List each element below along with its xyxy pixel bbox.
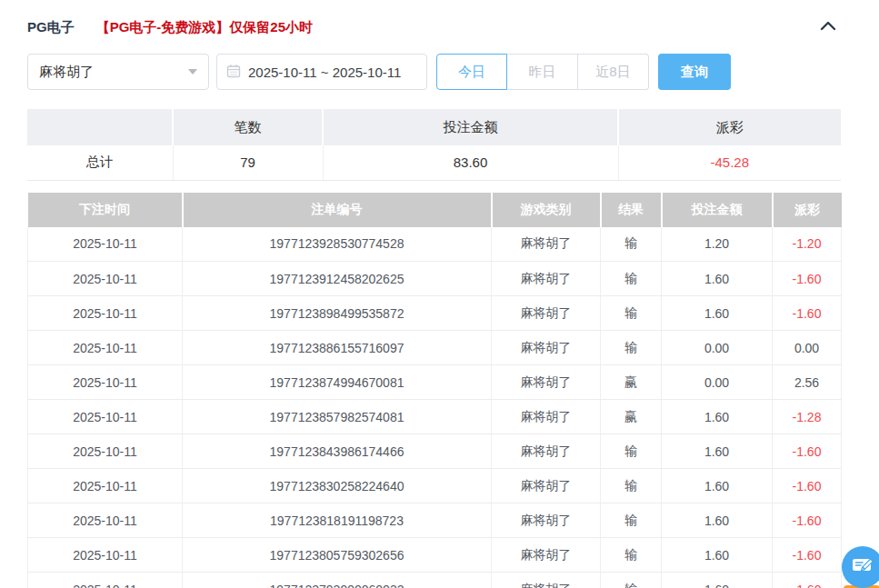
- cell-order-number: 1977123886155716097: [183, 331, 492, 365]
- col-header-game-category: 游戏类别: [492, 193, 601, 227]
- records-table-body: 2025-10-11 1977123928530774528 麻将胡了 输 1.…: [28, 227, 842, 588]
- cell-bet-time: 2025-10-11: [28, 503, 183, 538]
- cell-bet-time: 2025-10-11: [28, 331, 183, 365]
- cell-result: 赢: [601, 400, 662, 434]
- col-header-order-number: 注单编号: [183, 193, 492, 227]
- cell-bet-time: 2025-10-11: [28, 262, 183, 296]
- cell-result: 输: [601, 331, 662, 365]
- quick-date-group: 今日 昨日 近8日: [436, 54, 649, 90]
- col-header-bet-time: 下注时间: [28, 193, 183, 227]
- cell-payout: -1.60: [773, 573, 842, 588]
- cell-bet-time: 2025-10-11: [28, 365, 183, 400]
- feedback-button[interactable]: [842, 546, 879, 588]
- date-range-picker[interactable]: 2025-10-11 ~ 2025-10-11: [216, 54, 427, 90]
- date-range-value: 2025-10-11 ~ 2025-10-11: [248, 65, 401, 80]
- cell-payout: -1.60: [773, 434, 842, 469]
- cell-game-category: 麻将胡了: [492, 331, 601, 365]
- cell-payout: -1.60: [773, 262, 842, 296]
- chevron-up-icon: [819, 19, 837, 35]
- cell-bet-amount: 1.60: [662, 262, 773, 296]
- collapse-panel-button[interactable]: [819, 19, 837, 35]
- table-row: 2025-10-11 1977123818191198723 麻将胡了 输 1.…: [28, 503, 842, 538]
- col-header-payout: 派彩: [773, 193, 842, 227]
- cell-payout: -1.60: [773, 538, 842, 573]
- cell-result: 输: [601, 469, 662, 503]
- cell-bet-amount: 1.60: [662, 434, 773, 469]
- cell-result: 输: [601, 538, 662, 573]
- cell-result: 输: [601, 227, 662, 262]
- summary-header-bet: 投注金额: [323, 109, 618, 145]
- summary-header-blank: [27, 109, 173, 145]
- cell-payout: 2.56: [773, 365, 842, 400]
- cell-bet-amount: 1.60: [662, 296, 773, 331]
- summary-total-label: 总计: [27, 145, 173, 180]
- table-row: 2025-10-11 1977123793990060032 麻将胡了 输 1.…: [28, 573, 842, 588]
- cell-order-number: 1977123843986174466: [183, 434, 492, 469]
- col-header-result: 结果: [601, 193, 662, 227]
- cell-result: 输: [601, 434, 662, 469]
- cell-bet-amount: 1.60: [662, 469, 773, 503]
- cell-payout: -1.28: [773, 400, 842, 434]
- cell-bet-amount: 1.60: [662, 573, 773, 588]
- cell-bet-amount: 1.60: [662, 400, 773, 434]
- cell-payout: -1.60: [773, 296, 842, 331]
- filter-bar: 麻将胡了 2025-10-11 ~ 2025-10-11 今日 昨日 近8日 查…: [27, 54, 841, 90]
- game-select-value: 麻将胡了: [39, 64, 94, 81]
- cell-order-number: 1977123898499535872: [183, 296, 492, 331]
- cell-bet-time: 2025-10-11: [28, 538, 183, 573]
- cell-order-number: 1977123818191198723: [183, 503, 492, 538]
- summary-header-count: 笔数: [173, 109, 323, 145]
- panel-header: PG电子 【PG电子-免费游戏】仅保留25小时: [27, 16, 841, 38]
- cell-result: 赢: [601, 365, 662, 400]
- cell-payout: -1.60: [773, 503, 842, 538]
- summary-table: 笔数 投注金额 派彩 总计 79 83.60 -45.28: [27, 109, 841, 181]
- cell-bet-time: 2025-10-11: [28, 434, 183, 469]
- table-row: 2025-10-11 1977123805759302656 麻将胡了 输 1.…: [28, 538, 842, 573]
- cell-bet-amount: 1.60: [662, 503, 773, 538]
- cell-result: 输: [601, 573, 662, 588]
- summary-header-payout: 派彩: [618, 109, 841, 145]
- query-button[interactable]: 查询: [658, 54, 731, 90]
- cell-bet-time: 2025-10-11: [28, 469, 183, 503]
- summary-total-payout: -45.28: [618, 145, 841, 180]
- cell-order-number: 1977123793990060032: [183, 573, 492, 588]
- table-row: 2025-10-11 1977123898499535872 麻将胡了 输 1.…: [28, 296, 842, 331]
- cell-payout: -1.60: [773, 469, 842, 503]
- cell-order-number: 1977123830258224640: [183, 469, 492, 503]
- cell-result: 输: [601, 262, 662, 296]
- records-header-row: 下注时间 注单编号 游戏类别 结果 投注金额 派彩: [28, 193, 842, 227]
- pg-records-panel: PG电子 【PG电子-免费游戏】仅保留25小时 麻将胡了: [0, 0, 879, 588]
- summary-header-row: 笔数 投注金额 派彩: [27, 109, 841, 145]
- cell-result: 输: [601, 503, 662, 538]
- cell-game-category: 麻将胡了: [492, 434, 601, 469]
- cell-bet-amount: 0.00: [662, 331, 773, 365]
- yesterday-button[interactable]: 昨日: [507, 54, 578, 90]
- cell-bet-time: 2025-10-11: [28, 400, 183, 434]
- cell-game-category: 麻将胡了: [492, 503, 601, 538]
- table-row: 2025-10-11 1977123912458202625 麻将胡了 输 1.…: [28, 262, 842, 296]
- col-header-bet-amount: 投注金额: [662, 193, 773, 227]
- cell-payout: 0.00: [773, 331, 842, 365]
- cell-bet-amount: 0.00: [662, 365, 773, 400]
- calendar-icon: [226, 64, 248, 81]
- records-table: 下注时间 注单编号 游戏类别 结果 投注金额 派彩 2025-10-11 197…: [27, 193, 842, 588]
- cell-bet-amount: 1.20: [662, 227, 773, 262]
- cell-order-number: 1977123912458202625: [183, 262, 492, 296]
- caret-down-icon: [188, 69, 197, 75]
- cell-result: 输: [601, 296, 662, 331]
- cell-order-number: 1977123928530774528: [183, 227, 492, 262]
- cell-game-category: 麻将胡了: [492, 227, 601, 262]
- summary-total-bet: 83.60: [323, 145, 618, 180]
- summary-total-row: 总计 79 83.60 -45.28: [27, 145, 841, 180]
- cell-bet-time: 2025-10-11: [28, 227, 183, 262]
- cell-game-category: 麻将胡了: [492, 469, 601, 503]
- last-8-days-button[interactable]: 近8日: [578, 54, 649, 90]
- cell-game-category: 麻将胡了: [492, 573, 601, 588]
- game-select[interactable]: 麻将胡了: [27, 54, 209, 90]
- table-row: 2025-10-11 1977123857982574081 麻将胡了 赢 1.…: [28, 400, 842, 434]
- cell-game-category: 麻将胡了: [492, 296, 601, 331]
- feedback-note-icon: [851, 553, 874, 581]
- today-button[interactable]: 今日: [436, 54, 507, 90]
- table-row: 2025-10-11 1977123886155716097 麻将胡了 输 0.…: [28, 331, 842, 365]
- retention-notice: 【PG电子-免费游戏】仅保留25小时: [96, 19, 313, 36]
